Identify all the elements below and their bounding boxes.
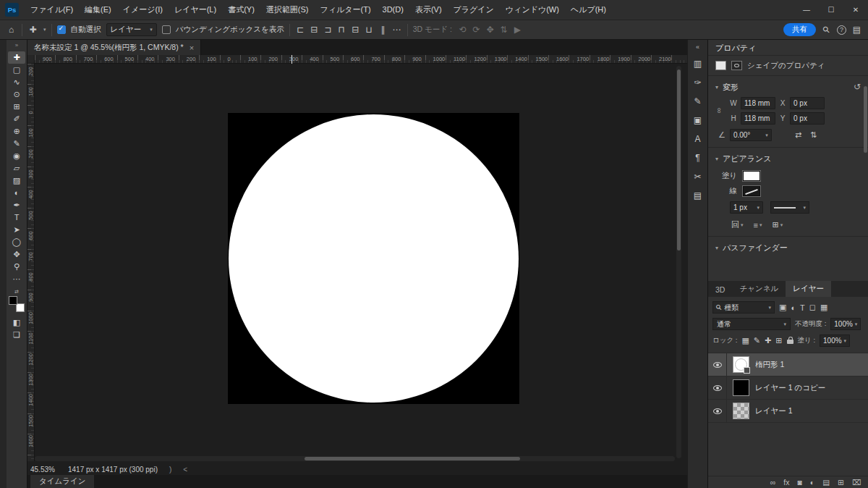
lasso-tool-icon[interactable]: ∿ xyxy=(8,76,25,88)
healing-brush-tool-icon[interactable]: ⊕ xyxy=(8,125,25,138)
status-scroll-arrow[interactable]: < xyxy=(183,466,187,474)
layer-thumbnail[interactable] xyxy=(733,403,749,419)
menu-item[interactable]: レイヤー(L) xyxy=(169,0,222,20)
stroke-color-swatch[interactable] xyxy=(743,186,760,196)
crop-tool-icon[interactable]: ⊞ xyxy=(8,101,25,113)
link-dimensions-icon[interactable]: ∞ xyxy=(715,108,724,114)
auto-select-checkbox[interactable] xyxy=(57,25,66,34)
height-field[interactable]: 118 mm xyxy=(741,112,775,125)
ruler-left[interactable]: 2001000100200300400500600700800900100011… xyxy=(27,64,35,461)
pathfinder-section-header[interactable]: ▾ パスファインダー xyxy=(708,240,868,255)
menu-item[interactable]: イメージ(I) xyxy=(117,0,169,20)
target-select[interactable]: レイヤー ▾ xyxy=(106,23,157,36)
window-maximize-button[interactable]: ☐ xyxy=(819,0,843,20)
home-icon[interactable]: ⌂ xyxy=(6,25,17,35)
zoom-tool-icon[interactable]: ⚲ xyxy=(8,261,25,273)
new-layer-icon[interactable]: ⊞ xyxy=(838,478,844,487)
visibility-toggle[interactable] xyxy=(708,353,727,376)
distribute-icon[interactable]: ∥ xyxy=(378,25,388,35)
horizontal-scrollbar[interactable] xyxy=(35,456,675,461)
fill-color-swatch[interactable] xyxy=(743,171,760,181)
vertical-scrollbar-thumb[interactable] xyxy=(677,70,681,251)
pen-tool-icon[interactable]: ✒ xyxy=(8,199,25,211)
stroke-width-field[interactable]: 1 px ▾ xyxy=(730,201,763,214)
move-tool-icon[interactable]: ✚ xyxy=(8,51,25,64)
delete-layer-icon[interactable]: ⌧ xyxy=(852,478,861,487)
eyedropper-tool-icon[interactable]: ✐ xyxy=(8,113,25,125)
path-selection-tool-icon[interactable]: ➤ xyxy=(8,224,25,236)
angle-field[interactable]: 0.00° ▾ xyxy=(730,129,772,141)
menu-item[interactable]: 編集(E) xyxy=(79,0,117,20)
artboard[interactable] xyxy=(228,113,519,404)
lock-position-icon[interactable]: ✚ xyxy=(765,336,771,345)
visibility-toggle[interactable] xyxy=(708,376,727,399)
horizontal-scrollbar-thumb[interactable] xyxy=(305,457,520,460)
stroke-caps-select[interactable]: ≡▾ xyxy=(754,219,762,230)
align-center-horizontal-icon[interactable]: ⊟ xyxy=(309,25,320,35)
properties-panel-title[interactable]: プロパティ xyxy=(708,40,868,56)
transform-section-header[interactable]: ▾ 変形 ↺ xyxy=(708,80,868,94)
gradient-tool-icon[interactable]: ▨ xyxy=(8,174,25,187)
layer-thumbnail[interactable] xyxy=(733,356,749,373)
menu-item[interactable]: ウィンドウ(W) xyxy=(500,0,565,20)
paragraph-panel-icon[interactable]: ¶ xyxy=(690,148,706,167)
lock-image-pixels-icon[interactable]: ✎ xyxy=(754,336,760,345)
expand-dock-icon[interactable]: « xyxy=(696,43,699,51)
swap-colors-icon[interactable]: ⇄ xyxy=(14,289,19,295)
screen-mode-icon[interactable]: ❏ xyxy=(8,329,25,341)
layer-row[interactable]: 楕円形 1 xyxy=(708,353,868,376)
align-middle-icon[interactable]: ⊟ xyxy=(350,25,361,35)
eraser-tool-icon[interactable]: ▱ xyxy=(8,162,25,174)
filter-pixel-layers-icon[interactable]: ▣ xyxy=(779,303,786,312)
search-icon[interactable]: ⚲ xyxy=(821,25,832,35)
workspace-icon[interactable]: ▤ xyxy=(851,25,862,35)
visibility-toggle[interactable] xyxy=(708,400,727,422)
new-adjustment-layer-icon[interactable]: ◐ xyxy=(810,478,814,487)
filter-smart-objects-icon[interactable]: ▦ xyxy=(820,303,827,312)
close-icon[interactable]: × xyxy=(190,43,194,52)
menu-item[interactable]: プラグイン xyxy=(448,0,500,20)
layer-effects-icon[interactable]: fx xyxy=(783,478,789,487)
lock-artboard-icon[interactable]: ⊞ xyxy=(775,336,782,345)
clone-source-panel-icon[interactable]: ▣ xyxy=(690,111,706,130)
tab-3d[interactable]: 3D xyxy=(708,282,732,297)
mask-thumbnail-icon[interactable] xyxy=(731,61,742,70)
align-bottom-icon[interactable]: ⊔ xyxy=(364,25,375,35)
type-tool-icon[interactable]: T xyxy=(8,211,25,224)
lock-transparent-pixels-icon[interactable]: ▦ xyxy=(741,336,749,345)
help-icon[interactable]: ? xyxy=(837,25,846,35)
clone-stamp-tool-icon[interactable]: ◉ xyxy=(8,150,25,162)
add-layer-mask-icon[interactable]: ◙ xyxy=(797,478,801,487)
brush-settings-panel-icon[interactable]: ✑ xyxy=(690,73,706,92)
brush-tool-icon[interactable]: ✎ xyxy=(8,138,25,150)
stroke-align-select[interactable]: 回▾ xyxy=(731,219,744,230)
object-selection-tool-icon[interactable]: ⊙ xyxy=(8,88,25,101)
shape-tool-icon[interactable]: ◯ xyxy=(8,236,25,248)
menu-item[interactable]: 書式(Y) xyxy=(222,0,260,20)
layer-row[interactable]: レイヤー 1 のコピー xyxy=(708,376,868,400)
width-field[interactable]: 118 mm xyxy=(741,97,775,109)
ellipse-shape[interactable] xyxy=(229,114,519,403)
menu-item[interactable]: 表示(V) xyxy=(409,0,448,20)
hand-tool-icon[interactable]: ✥ xyxy=(8,248,25,261)
status-popup-arrow[interactable]: ) xyxy=(169,466,171,474)
vertical-scrollbar[interactable] xyxy=(676,66,681,458)
align-top-icon[interactable]: ⊓ xyxy=(336,25,347,35)
libraries-panel-icon[interactable]: ▤ xyxy=(690,186,706,205)
dodge-tool-icon[interactable]: ◐ xyxy=(8,187,25,199)
window-minimize-button[interactable]: — xyxy=(794,0,819,20)
quick-mask-icon[interactable]: ◧ xyxy=(8,316,25,329)
move-tool-preset-icon[interactable]: ✚ xyxy=(27,25,38,35)
more-align-options-icon[interactable]: ⋯ xyxy=(391,25,402,35)
lock-all-icon[interactable] xyxy=(787,340,793,344)
align-right-icon[interactable]: ⊐ xyxy=(323,25,333,35)
menu-item[interactable]: フィルター(T) xyxy=(314,0,376,20)
filter-adjustment-layers-icon[interactable]: ◐ xyxy=(791,303,796,312)
tab-layers[interactable]: レイヤー xyxy=(786,281,831,297)
align-left-icon[interactable]: ⊏ xyxy=(295,25,306,35)
reset-transform-icon[interactable]: ↺ xyxy=(854,82,861,92)
color-swatches[interactable] xyxy=(9,296,25,312)
layer-filter-select[interactable]: ⚲ 種類 ▾ xyxy=(712,301,775,314)
new-group-icon[interactable]: ▤ xyxy=(822,478,830,487)
foreground-color-swatch[interactable] xyxy=(9,296,17,305)
